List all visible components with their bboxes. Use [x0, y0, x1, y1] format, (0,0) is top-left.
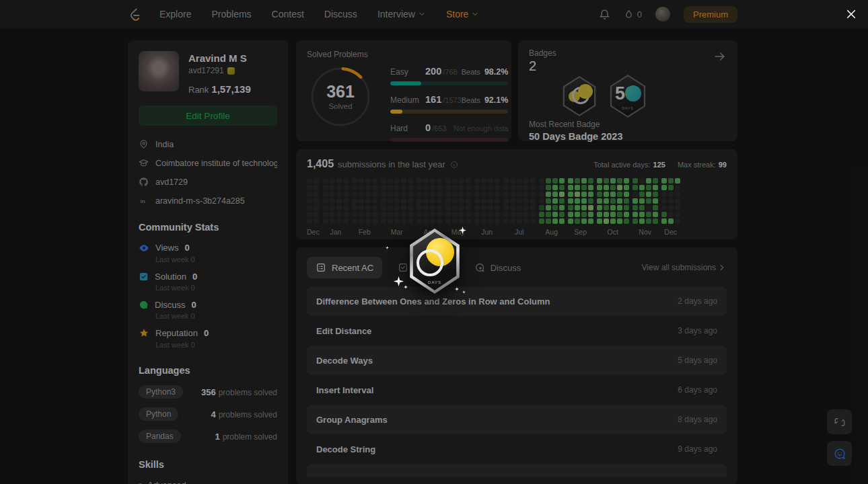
heatmap-cell[interactable] — [510, 178, 515, 184]
heatmap-cell[interactable] — [668, 178, 674, 184]
nav-item-interview[interactable]: Interview — [377, 9, 426, 19]
heatmap-cell[interactable] — [437, 205, 442, 210]
heatmap-cell[interactable] — [372, 205, 377, 210]
heatmap-cell[interactable] — [445, 192, 451, 197]
heatmap-cell[interactable] — [359, 212, 364, 217]
heatmap-cell[interactable] — [653, 185, 658, 190]
heatmap-cell[interactable] — [437, 185, 442, 190]
heatmap-cell[interactable] — [539, 185, 544, 190]
heatmap-cell[interactable] — [401, 178, 406, 184]
heatmap-cell[interactable] — [575, 198, 580, 204]
heatmap-cell[interactable] — [401, 192, 406, 197]
heatmap-cell[interactable] — [488, 218, 493, 224]
heatmap-cell[interactable] — [343, 178, 349, 184]
nav-item-discuss[interactable]: Discuss — [324, 9, 357, 19]
heatmap-cell[interactable] — [617, 205, 622, 210]
heatmap-cell[interactable] — [430, 178, 435, 184]
heatmap-cell[interactable] — [372, 185, 377, 190]
heatmap-cell[interactable] — [488, 178, 493, 184]
heatmap-cell[interactable] — [581, 198, 587, 204]
heatmap-cell[interactable] — [481, 212, 486, 217]
heatmap-cell[interactable] — [517, 192, 522, 197]
heatmap-cell[interactable] — [381, 212, 386, 217]
heatmap-cell[interactable] — [559, 178, 565, 184]
nav-user-avatar[interactable] — [655, 7, 670, 22]
heatmap-cell[interactable] — [661, 192, 667, 197]
heatmap-cell[interactable] — [401, 185, 406, 190]
heatmap-cell[interactable] — [488, 205, 493, 210]
heatmap-cell[interactable] — [423, 205, 429, 210]
heatmap-cell[interactable] — [481, 185, 486, 190]
heatmap-cell[interactable] — [437, 218, 442, 224]
heatmap-cell[interactable] — [530, 192, 536, 197]
heatmap-cell[interactable] — [539, 218, 544, 224]
heatmap-cell[interactable] — [646, 198, 651, 204]
heatmap-cell[interactable] — [546, 185, 551, 190]
heatmap-cell[interactable] — [539, 212, 544, 217]
heatmap-cell[interactable] — [510, 198, 515, 204]
heatmap-cell[interactable] — [459, 198, 464, 204]
heatmap-cell[interactable] — [503, 212, 509, 217]
heatmap-cell[interactable] — [343, 205, 349, 210]
heatmap-cell[interactable] — [474, 218, 480, 224]
heatmap-cell[interactable] — [330, 212, 335, 217]
tab-recent-ac[interactable]: Recent AC — [307, 257, 382, 278]
heatmap-cell[interactable] — [365, 185, 371, 190]
heatmap-cell[interactable] — [359, 178, 364, 184]
heatmap-cell[interactable] — [610, 185, 616, 190]
heatmap-cell[interactable] — [604, 178, 609, 184]
heatmap-cell[interactable] — [675, 198, 680, 204]
activity-heatmap[interactable]: DecJanFebMarAprMayJunJulAugSepOctNovDec — [307, 178, 727, 236]
heatmap-cell[interactable] — [430, 198, 435, 204]
heatmap-cell[interactable] — [661, 198, 667, 204]
heatmap-cell[interactable] — [365, 192, 371, 197]
heatmap-cell[interactable] — [437, 198, 442, 204]
heatmap-cell[interactable] — [408, 212, 413, 217]
heatmap-cell[interactable] — [330, 192, 335, 197]
heatmap-cell[interactable] — [539, 198, 544, 204]
heatmap-cell[interactable] — [372, 212, 377, 217]
heatmap-cell[interactable] — [523, 178, 529, 184]
heatmap-cell[interactable] — [481, 218, 486, 224]
heatmap-cell[interactable] — [604, 205, 609, 210]
heatmap-cell[interactable] — [610, 198, 616, 204]
heatmap-cell[interactable] — [343, 212, 349, 217]
heatmap-cell[interactable] — [632, 218, 638, 224]
heatmap-cell[interactable] — [323, 212, 328, 217]
heatmap-cell[interactable] — [575, 185, 580, 190]
heatmap-cell[interactable] — [459, 212, 464, 217]
nav-item-explore[interactable]: Explore — [159, 9, 191, 19]
heatmap-cell[interactable] — [653, 218, 658, 224]
heatmap-cell[interactable] — [388, 212, 393, 217]
heatmap-cell[interactable] — [546, 198, 551, 204]
heatmap-cell[interactable] — [445, 198, 451, 204]
heatmap-cell[interactable] — [568, 218, 573, 224]
heatmap-cell[interactable] — [336, 205, 342, 210]
heatmap-cell[interactable] — [668, 198, 674, 204]
nav-item-problems[interactable]: Problems — [211, 9, 251, 19]
heatmap-cell[interactable] — [466, 198, 471, 204]
heatmap-cell[interactable] — [336, 212, 342, 217]
heatmap-cell[interactable] — [503, 178, 509, 184]
heatmap-cell[interactable] — [323, 218, 328, 224]
heatmap-cell[interactable] — [488, 192, 493, 197]
heatmap-cell[interactable] — [503, 185, 509, 190]
close-button[interactable] — [844, 7, 859, 22]
heatmap-cell[interactable] — [459, 218, 464, 224]
heatmap-cell[interactable] — [336, 185, 342, 190]
heatmap-cell[interactable] — [365, 212, 371, 217]
heatmap-cell[interactable] — [430, 205, 435, 210]
heatmap-cell[interactable] — [675, 212, 680, 217]
heatmap-cell[interactable] — [610, 205, 616, 210]
heatmap-cell[interactable] — [459, 205, 464, 210]
heatmap-cell[interactable] — [466, 205, 471, 210]
heatmap-cell[interactable] — [646, 205, 651, 210]
heatmap-cell[interactable] — [604, 192, 609, 197]
heatmap-cell[interactable] — [352, 205, 357, 210]
heatmap-cell[interactable] — [336, 192, 342, 197]
heatmap-cell[interactable] — [575, 178, 580, 184]
heatmap-cell[interactable] — [352, 218, 357, 224]
nav-item-contest[interactable]: Contest — [272, 9, 304, 19]
heatmap-cell[interactable] — [307, 218, 312, 224]
heatmap-cell[interactable] — [653, 212, 658, 217]
